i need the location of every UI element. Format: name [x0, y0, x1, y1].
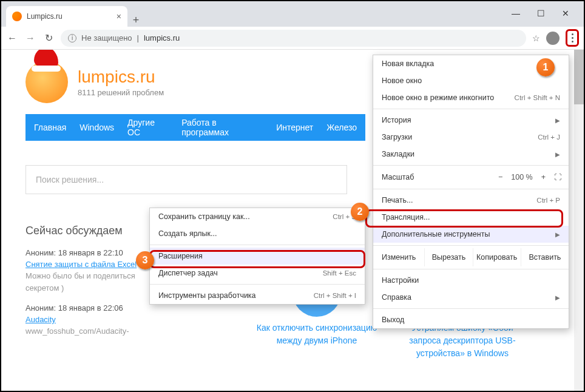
- zoom-label: Масштаб: [382, 173, 414, 181]
- search-placeholder: Поиск решения...: [36, 175, 104, 184]
- menu-settings[interactable]: Настройки: [373, 272, 569, 289]
- menu-downloads[interactable]: ЗагрузкиCtrl + J: [373, 129, 569, 146]
- brand-tagline: 8111 решений проблем: [78, 88, 164, 97]
- menu-new-window[interactable]: Новое окно: [373, 72, 569, 89]
- url-separator: |: [137, 33, 139, 42]
- menu-help[interactable]: Справка▶: [373, 289, 569, 306]
- chevron-right-icon: ▶: [555, 151, 560, 158]
- edit-label: Изменить: [373, 248, 424, 266]
- profile-avatar[interactable]: [546, 32, 560, 45]
- submenu-extensions[interactable]: Расширения: [150, 248, 365, 265]
- info-icon[interactable]: i: [68, 34, 76, 42]
- zoom-out-button[interactable]: −: [498, 173, 502, 181]
- more-tools-submenu: Сохранить страницу как...Ctrl + S Создат…: [149, 208, 365, 305]
- address-bar[interactable]: i Не защищено | lumpics.ru: [61, 30, 526, 47]
- menu-history[interactable]: История▶: [373, 112, 569, 129]
- reload-button[interactable]: ↻: [42, 32, 55, 44]
- callout-badge-2: 2: [351, 203, 369, 221]
- menu-zoom: Масштаб − 100 % + ⛶: [373, 168, 569, 186]
- new-tab-button[interactable]: +: [127, 14, 144, 27]
- submenu-dev-tools[interactable]: Инструменты разработчикаCtrl + Shift + I: [150, 287, 365, 304]
- nav-link[interactable]: Железо: [326, 123, 357, 132]
- menu-copy[interactable]: Копировать: [473, 248, 521, 266]
- post-body: www_fosshub_com/Audacity-: [25, 325, 147, 337]
- favicon-icon: [12, 12, 22, 21]
- chevron-right-icon: ▶: [555, 117, 560, 124]
- fullscreen-icon[interactable]: ⛶: [554, 173, 560, 181]
- post-body: Можно было бы и поделиться секретом ): [25, 270, 147, 294]
- card-title: Как отключить синхронизацию между двумя …: [257, 323, 377, 345]
- main-menu-button[interactable]: [566, 29, 579, 47]
- nav-link[interactable]: Другие ОС: [127, 118, 168, 137]
- forward-button[interactable]: →: [24, 33, 36, 44]
- brand-logo-icon: [25, 61, 68, 103]
- zoom-value: 100 %: [511, 173, 532, 181]
- bookmark-star-icon[interactable]: ☆: [532, 33, 540, 43]
- submenu-save-page[interactable]: Сохранить страницу как...Ctrl + S: [150, 208, 365, 225]
- chrome-main-menu: Новая вкладка Новое окно Новое окно в ре…: [373, 55, 569, 329]
- tab-close-icon[interactable]: ×: [117, 12, 121, 21]
- browser-tab[interactable]: Lumpics.ru ×: [6, 6, 127, 27]
- tab-strip: Lumpics.ru × +: [1, 1, 584, 27]
- minimize-button[interactable]: —: [512, 8, 520, 18]
- nav-link[interactable]: Windows: [79, 123, 114, 132]
- maximize-button[interactable]: ☐: [537, 8, 545, 18]
- menu-more-tools[interactable]: Дополнительные инструменты▶: [373, 226, 569, 243]
- menu-paste[interactable]: Вставить: [521, 248, 569, 266]
- tab-title: Lumpics.ru: [27, 12, 63, 21]
- submenu-create-shortcut[interactable]: Создать ярлык...: [150, 225, 365, 242]
- callout-badge-3: 3: [136, 251, 154, 269]
- chevron-right-icon: ▶: [555, 231, 560, 238]
- menu-print[interactable]: Печать...Ctrl + P: [373, 192, 569, 209]
- menu-cast[interactable]: Трансляция...: [373, 209, 569, 226]
- nav-link[interactable]: Главная: [34, 123, 66, 132]
- nav-link[interactable]: Интернет: [276, 123, 313, 132]
- back-button[interactable]: ←: [6, 33, 18, 44]
- menu-incognito[interactable]: Новое окно в режиме инкогнитоCtrl + Shif…: [373, 89, 569, 106]
- security-label: Не защищено: [81, 33, 132, 42]
- scrollbar-thumb[interactable]: [574, 50, 584, 104]
- url-text: lumpics.ru: [144, 33, 180, 42]
- brand-name: lumpics.ru: [78, 67, 164, 87]
- menu-cut[interactable]: Вырезать: [424, 248, 472, 266]
- close-window-button[interactable]: ✕: [562, 8, 569, 18]
- zoom-in-button[interactable]: +: [541, 173, 546, 181]
- menu-bookmarks[interactable]: Закладки▶: [373, 146, 569, 163]
- window-controls: — ☐ ✕: [497, 1, 584, 25]
- nav-link[interactable]: Работа в программах: [181, 118, 263, 137]
- vertical-scrollbar[interactable]: [574, 50, 584, 391]
- chevron-right-icon: ▶: [555, 294, 560, 301]
- submenu-task-manager[interactable]: Диспетчер задачShift + Esc: [150, 265, 365, 282]
- callout-badge-1: 1: [536, 58, 555, 76]
- browser-toolbar: ← → ↻ i Не защищено | lumpics.ru ☆: [1, 27, 584, 50]
- menu-edit-row: Изменить Вырезать Копировать Вставить: [373, 248, 569, 266]
- search-input[interactable]: Поиск решения...: [25, 165, 347, 194]
- menu-exit[interactable]: Выход: [373, 311, 569, 328]
- site-navbar: Главная Windows Другие ОС Работа в прогр…: [25, 114, 365, 141]
